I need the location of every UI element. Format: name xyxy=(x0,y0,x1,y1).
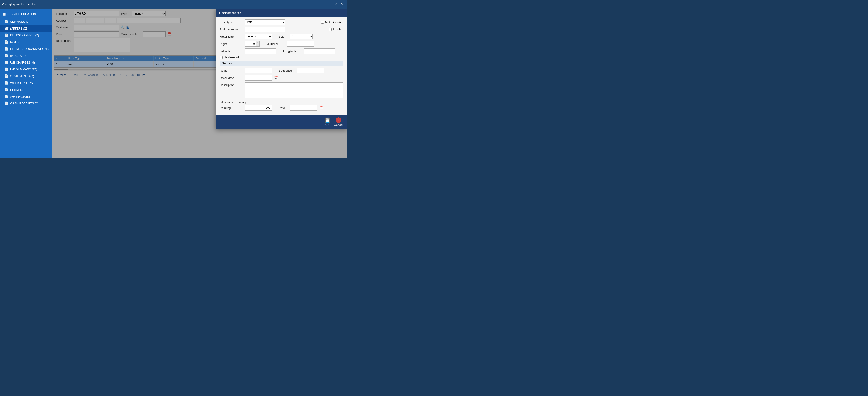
longitude-input[interactable] xyxy=(304,48,335,54)
sidebar-item-label-2: DEMOGRAPHICS (2) xyxy=(10,34,39,37)
reading-input[interactable] xyxy=(245,105,272,111)
sidebar-item-0[interactable]: 📄SERVICES (3) xyxy=(0,18,52,25)
reading-label: Reading xyxy=(220,106,242,110)
multiplier-input[interactable]: 100.0000 xyxy=(287,41,314,47)
reading-date-input[interactable]: 12/15/2008 xyxy=(290,105,317,111)
isdemand-row: Is demand xyxy=(220,56,343,59)
isdemand-label: Is demand xyxy=(225,56,239,59)
route-input[interactable]: 0002 xyxy=(245,68,272,73)
sidebar-item-1[interactable]: 📄METERS (1) xyxy=(0,25,52,32)
inactive-row: Inactive xyxy=(329,28,343,31)
close-button[interactable]: ✕ xyxy=(340,2,345,7)
metertype-select[interactable]: <none> xyxy=(245,34,272,39)
ok-button[interactable]: 💾 OK xyxy=(325,117,331,127)
basetype-select[interactable]: water xyxy=(245,19,285,25)
dialog-body: Base type water Make inactive Serial num… xyxy=(216,17,347,115)
digits-input[interactable] xyxy=(245,41,256,47)
sidebar-icon-5: 📄 xyxy=(4,54,8,57)
sidebar-item-7[interactable]: 📄U/B SUMMARY (15) xyxy=(0,66,52,72)
sidebar-header: ▦ SERVICE LOCATION xyxy=(0,10,52,18)
window-controls: ⤢ ✕ xyxy=(333,2,345,7)
sidebar-header-label: SERVICE LOCATION xyxy=(8,12,36,16)
sidebar-icon-9: 📄 xyxy=(4,81,8,85)
sidebar-icon-7: 📄 xyxy=(4,67,8,71)
reading-row: Reading Date 12/15/2008 📅 xyxy=(220,105,343,111)
inactive-checkbox-dialog[interactable] xyxy=(329,28,332,31)
installdate-calendar-icon[interactable]: 📅 xyxy=(274,76,278,80)
main-layout: ▦ SERVICE LOCATION 📄SERVICES (3)📄METERS … xyxy=(0,9,347,158)
sidebar-icon-1: 📄 xyxy=(4,27,8,30)
route-label: Route xyxy=(220,69,242,72)
cancel-label: Cancel xyxy=(334,123,343,127)
update-meter-dialog: Update meter Base type water Make inacti… xyxy=(216,9,347,129)
latlng-row: Latitude Longitude xyxy=(220,48,343,54)
metertype-row: Meter type <none> Size 1 xyxy=(220,34,343,39)
digits-up-btn[interactable]: ▲ xyxy=(256,41,259,44)
ok-label: OK xyxy=(326,123,330,127)
route-row: Route 0002 Sequence 0002 xyxy=(220,68,343,73)
sidebar-item-label-8: STATEMENTS (3) xyxy=(10,74,34,78)
serial-number-row: Serial number Y100 Inactive xyxy=(220,27,343,32)
cancel-button[interactable]: ✕ Cancel xyxy=(334,117,343,127)
sidebar-item-label-6: U/B CHARGES (9) xyxy=(10,61,35,64)
installdate-label: Install date xyxy=(220,76,242,80)
digits-down-btn[interactable]: ▼ xyxy=(256,44,259,47)
dialog-description-label: Description xyxy=(220,82,242,87)
sidebar-item-label-4: RELATED ORGANIZATIONS xyxy=(10,47,49,51)
description-textarea-dialog[interactable] xyxy=(245,82,343,98)
sidebar-icon-3: 📄 xyxy=(4,40,8,44)
basetype-label: Base type xyxy=(220,21,242,24)
sidebar-item-label-10: PERMITS xyxy=(10,88,23,91)
serial-number-input[interactable]: Y100 xyxy=(245,27,285,32)
sidebar-item-label-11: A/R INVOICES xyxy=(10,95,30,98)
installdate-input[interactable]: 12/13/2008 xyxy=(245,75,272,81)
multiplier-label: Multiplier xyxy=(267,42,285,45)
sidebar-item-label-12: CASH RECEIPTS (1) xyxy=(10,102,38,105)
window-title: Changing service location xyxy=(2,3,36,6)
size-label: Size xyxy=(279,35,288,38)
sidebar-item-5[interactable]: 📄IMAGES (2) xyxy=(0,52,52,59)
size-select[interactable]: 1 xyxy=(290,34,313,39)
sidebar-header-icon: ▦ xyxy=(3,12,6,16)
sidebar-item-6[interactable]: 📄U/B CHARGES (9) xyxy=(0,59,52,66)
sidebar-item-label-3: NOTES xyxy=(10,40,21,44)
sidebar-item-4[interactable]: 📄RELATED ORGANIZATIONS xyxy=(0,45,52,52)
dialog-footer: 💾 OK ✕ Cancel xyxy=(216,115,347,129)
sidebar-icon-8: 📄 xyxy=(4,74,8,78)
isdemand-checkbox[interactable] xyxy=(220,56,223,59)
make-inactive-checkbox[interactable] xyxy=(321,21,324,24)
description-wrapper xyxy=(245,82,343,99)
serial-number-label: Serial number xyxy=(220,28,242,31)
longitude-label: Longitude xyxy=(283,50,301,53)
restore-button[interactable]: ⤢ xyxy=(333,2,339,7)
cancel-icon: ✕ xyxy=(336,117,341,123)
sidebar-item-8[interactable]: 📄STATEMENTS (3) xyxy=(0,72,52,80)
stepper-buttons: ▲ ▼ xyxy=(256,41,259,47)
sidebar: ▦ SERVICE LOCATION 📄SERVICES (3)📄METERS … xyxy=(0,9,52,158)
sidebar-item-label-7: U/B SUMMARY (15) xyxy=(10,68,37,71)
sidebar-item-label-0: SERVICES (3) xyxy=(10,20,30,23)
inactive-label-dialog: Inactive xyxy=(333,28,343,31)
latitude-label: Latitude xyxy=(220,50,242,53)
reading-calendar-icon[interactable]: 📅 xyxy=(319,106,323,110)
sidebar-item-2[interactable]: 📄DEMOGRAPHICS (2) xyxy=(0,32,52,38)
sequence-input[interactable]: 0002 xyxy=(297,68,324,73)
digits-label: Digits xyxy=(220,42,242,45)
general-section-label: General xyxy=(220,61,343,66)
dialog-title: Update meter xyxy=(216,9,347,17)
latitude-input[interactable] xyxy=(245,48,276,54)
title-bar: Changing service location ⤢ ✕ xyxy=(0,0,347,9)
metertype-label: Meter type xyxy=(220,35,242,38)
sidebar-item-label-1: METERS (1) xyxy=(10,27,27,30)
initial-reading-label: Initial meter reading xyxy=(220,101,343,104)
digits-stepper: ▲ ▼ xyxy=(245,41,259,47)
sidebar-item-9[interactable]: 📄WORK ORDERS xyxy=(0,80,52,86)
make-inactive-row: Make inactive xyxy=(321,21,343,24)
dialog-description-row: Description xyxy=(220,82,343,99)
sidebar-icon-10: 📄 xyxy=(4,88,8,91)
sidebar-item-11[interactable]: 📄A/R INVOICES xyxy=(0,93,52,100)
sidebar-item-10[interactable]: 📄PERMITS xyxy=(0,86,52,93)
sidebar-item-12[interactable]: 📄CASH RECEIPTS (1) xyxy=(0,100,52,106)
sidebar-icon-11: 📄 xyxy=(4,95,8,98)
sidebar-item-3[interactable]: 📄NOTES xyxy=(0,38,52,45)
